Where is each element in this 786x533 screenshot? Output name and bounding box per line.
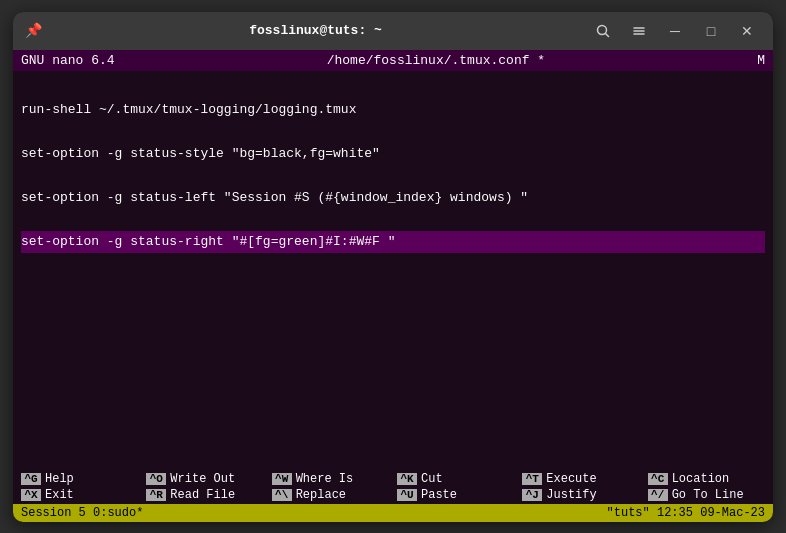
shortcut-label: Paste	[421, 488, 457, 502]
editor-line	[21, 209, 765, 231]
editor-line	[21, 77, 765, 99]
nano-filepath: /home/fosslinux/.tmux.conf *	[327, 53, 545, 68]
editor-line	[21, 297, 765, 319]
shortcut-key: ^W	[272, 473, 292, 485]
shortcut-key: ^J	[522, 489, 542, 501]
editor-content[interactable]: run-shell ~/.tmux/tmux-logging/logging.t…	[13, 71, 773, 470]
shortcut-label: Go To Line	[672, 488, 744, 502]
shortcut-location[interactable]: ^C Location	[644, 471, 769, 487]
shortcut-key: ^K	[397, 473, 417, 485]
title-bar-left: 📌	[25, 22, 42, 39]
shortcut-key: ^\	[272, 489, 292, 501]
nano-header: GNU nano 6.4 /home/fosslinux/.tmux.conf …	[13, 50, 773, 71]
status-bar: Session 5 0:sudo* "tuts" 12:35 09-Mac-23	[13, 504, 773, 522]
shortcut-go-to-line[interactable]: ^/ Go To Line	[644, 487, 769, 503]
close-button[interactable]: ✕	[733, 17, 761, 45]
terminal-window: 📌 fosslinux@tuts: ~ ─ □ ✕ GNU	[13, 12, 773, 522]
shortcut-execute[interactable]: ^T Execute	[518, 471, 643, 487]
shortcut-key: ^R	[146, 489, 166, 501]
editor-line	[21, 121, 765, 143]
editor-line	[21, 165, 765, 187]
shortcut-key: ^G	[21, 473, 41, 485]
shortcut-label: Justify	[546, 488, 596, 502]
svg-line-1	[606, 33, 609, 36]
shortcut-label: Execute	[546, 472, 596, 486]
minimize-button[interactable]: ─	[661, 17, 689, 45]
shortcut-label: Cut	[421, 472, 443, 486]
nano-flag: M	[757, 53, 765, 68]
status-session: Session 5 0:sudo*	[21, 506, 143, 520]
editor-line-highlighted: set-option -g status-right "#[fg=green]#…	[21, 231, 765, 253]
shortcut-key: ^X	[21, 489, 41, 501]
search-button[interactable]	[589, 17, 617, 45]
shortcut-paste[interactable]: ^U Paste	[393, 487, 518, 503]
editor-line	[21, 319, 765, 341]
shortcut-label: Exit	[45, 488, 74, 502]
shortcut-key: ^/	[648, 489, 668, 501]
shortcut-exit[interactable]: ^X Exit	[17, 487, 142, 503]
shortcut-where-is[interactable]: ^W Where Is	[268, 471, 393, 487]
shortcut-justify[interactable]: ^J Justify	[518, 487, 643, 503]
status-info: "tuts" 12:35 09-Mac-23	[607, 506, 765, 520]
shortcut-row-2: ^X Exit ^R Read File ^\ Replace ^U Paste…	[17, 487, 769, 503]
shortcut-cut[interactable]: ^K Cut	[393, 471, 518, 487]
editor-line	[21, 253, 765, 275]
maximize-button[interactable]: □	[697, 17, 725, 45]
editor-line	[21, 341, 765, 363]
editor-line	[21, 275, 765, 297]
editor-line: set-option -g status-style "bg=black,fg=…	[21, 143, 765, 165]
shortcut-label: Where Is	[296, 472, 354, 486]
shortcut-label: Location	[672, 472, 730, 486]
nano-version: GNU nano 6.4	[21, 53, 115, 68]
window-title: fosslinux@tuts: ~	[249, 23, 382, 38]
editor-line: set-option -g status-left "Session #S (#…	[21, 187, 765, 209]
nano-footer: ^G Help ^O Write Out ^W Where Is ^K Cut …	[13, 470, 773, 522]
shortcut-replace[interactable]: ^\ Replace	[268, 487, 393, 503]
title-bar: 📌 fosslinux@tuts: ~ ─ □ ✕	[13, 12, 773, 50]
shortcut-bar: ^G Help ^O Write Out ^W Where Is ^K Cut …	[13, 470, 773, 504]
shortcut-help[interactable]: ^G Help	[17, 471, 142, 487]
shortcut-key: ^T	[522, 473, 542, 485]
shortcut-label: Help	[45, 472, 74, 486]
shortcut-key: ^U	[397, 489, 417, 501]
title-bar-controls: ─ □ ✕	[589, 17, 761, 45]
pin-icon: 📌	[25, 22, 42, 39]
menu-button[interactable]	[625, 17, 653, 45]
shortcut-key: ^O	[146, 473, 166, 485]
shortcut-write-out[interactable]: ^O Write Out	[142, 471, 267, 487]
shortcut-label: Replace	[296, 488, 346, 502]
shortcut-key: ^C	[648, 473, 668, 485]
editor-line: run-shell ~/.tmux/tmux-logging/logging.t…	[21, 99, 765, 121]
shortcut-read-file[interactable]: ^R Read File	[142, 487, 267, 503]
shortcut-row-1: ^G Help ^O Write Out ^W Where Is ^K Cut …	[17, 471, 769, 487]
shortcut-label: Write Out	[170, 472, 235, 486]
shortcut-label: Read File	[170, 488, 235, 502]
